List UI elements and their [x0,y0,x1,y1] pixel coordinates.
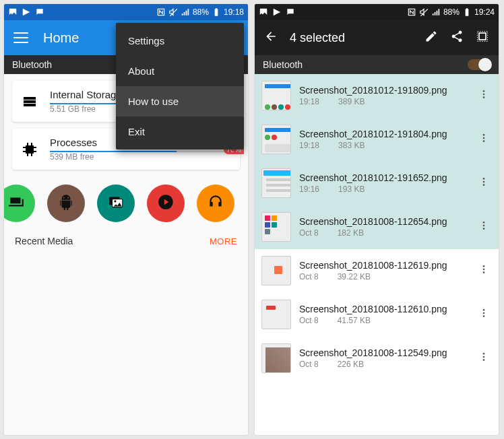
battery-text: 88% [193,7,209,17]
devices-icon [7,193,25,213]
play-icon [22,7,31,17]
headphones-icon [207,193,224,213]
menu-icon[interactable] [13,32,28,43]
play-icon [157,193,175,213]
svg-point-11 [483,90,485,92]
headphones-category[interactable] [197,184,234,222]
back-icon[interactable] [264,30,278,46]
file-row[interactable]: Screenshot_20181012-191804.png 19:18383 … [255,118,499,162]
svg-point-15 [483,137,485,139]
home-screen: 88% 19:18 Home Bluetooth Internal Storag… [4,4,248,435]
file-meta: Oct 8226 KB [299,360,465,369]
selection-count: 4 selected [290,31,412,45]
svg-point-12 [483,94,485,96]
file-name: Screenshot_20181012-191809.png [299,85,465,96]
selection-toolbar: 4 selected [255,20,499,55]
storage-icon [22,94,38,110]
svg-point-17 [483,178,485,180]
svg-point-31 [483,359,485,361]
svg-point-14 [483,134,485,136]
page-title: Home [43,30,79,46]
chat-icon [35,7,44,17]
overflow-menu: SettingsAboutHow to useExit [116,23,244,149]
menu-item-about[interactable]: About [116,56,244,86]
menu-item-how-to-use[interactable]: How to use [116,86,244,116]
file-name: Screenshot_20181012-191804.png [299,129,465,139]
status-bar: 88% 19:24 [255,4,499,20]
file-thumbnail [261,81,291,110]
svg-rect-1 [26,145,34,154]
file-list-screen: 88% 19:24 4 selected Bluetooth Screensho… [255,4,499,435]
svg-point-3 [67,197,69,198]
select-all-icon[interactable] [476,30,489,46]
file-row[interactable]: Screenshot_20181012-191652.png 19:16193 … [255,162,499,205]
file-thumbnail [261,256,291,285]
file-meta: 19:16193 KB [299,184,465,194]
svg-point-27 [483,312,485,314]
svg-point-24 [483,269,485,271]
menu-item-exit[interactable]: Exit [116,116,244,147]
category-row [4,176,248,229]
play-icon [272,7,282,17]
gallery-category[interactable] [97,184,135,222]
file-thumbnail [261,343,291,373]
svg-point-25 [483,271,485,273]
mute-icon [419,7,429,17]
svg-point-13 [483,96,485,98]
file-thumbnail [261,300,291,329]
file-name: Screenshot_20181008-112619.png [299,260,465,271]
file-list[interactable]: Screenshot_20181012-191809.png 19:18389 … [255,74,499,380]
image-icon [259,7,268,17]
gallery-icon [107,193,125,213]
file-row[interactable]: Screenshot_20181008-112610.png Oct 841.5… [255,293,499,337]
file-row[interactable]: Screenshot_20181008-112619.png Oct 839.2… [255,249,499,293]
android-category[interactable] [47,184,85,222]
svg-point-23 [483,265,485,267]
bluetooth-toggle[interactable] [468,59,491,70]
file-thumbnail [261,212,291,242]
svg-point-18 [483,181,485,183]
recent-media-row: Recent Media MORE [4,229,248,253]
more-icon[interactable] [473,302,495,327]
more-icon[interactable] [473,215,495,239]
more-icon[interactable] [473,259,495,283]
svg-point-19 [483,184,485,186]
file-row[interactable]: Screenshot_20181012-191809.png 19:18389 … [255,74,499,118]
play-category[interactable] [147,184,185,222]
file-name: Screenshot_20181008-112610.png [299,304,465,314]
svg-point-2 [63,197,65,198]
battery-icon [462,7,472,17]
svg-point-20 [483,222,485,224]
clock-text: 19:18 [224,7,244,17]
more-icon[interactable] [473,346,495,370]
menu-item-settings[interactable]: Settings [116,26,244,56]
edit-icon[interactable] [424,30,438,46]
card-subtitle: 539 MB free [50,152,230,162]
signal-icon [181,7,190,17]
file-name: Screenshot_20181008-112549.png [299,347,465,358]
bluetooth-label: Bluetooth [12,59,52,70]
svg-point-26 [483,309,485,311]
more-icon[interactable] [473,127,495,151]
battery-icon [212,7,221,17]
more-icon[interactable] [473,171,495,195]
file-meta: 19:18383 KB [299,141,465,150]
svg-point-28 [483,315,485,317]
more-icon[interactable] [473,83,495,108]
devices-category[interactable] [4,184,35,222]
share-icon[interactable] [450,30,464,46]
recent-media-label: Recent Media [15,236,73,246]
file-row[interactable]: Screenshot_20181008-112549.png Oct 8226 … [255,337,499,380]
file-meta: Oct 8182 KB [299,228,465,238]
battery-text: 88% [443,7,460,17]
file-name: Screenshot_20181012-191652.png [299,172,465,183]
file-row[interactable]: Screenshot_20181008-112654.png Oct 8182 … [255,205,499,249]
file-meta: Oct 841.57 KB [299,316,465,325]
chat-icon [286,7,295,17]
image-icon [8,7,18,17]
android-icon [57,193,75,213]
file-meta: 19:18389 KB [299,97,465,106]
file-thumbnail [261,168,291,198]
svg-point-22 [483,228,485,230]
more-button[interactable]: MORE [210,236,237,246]
